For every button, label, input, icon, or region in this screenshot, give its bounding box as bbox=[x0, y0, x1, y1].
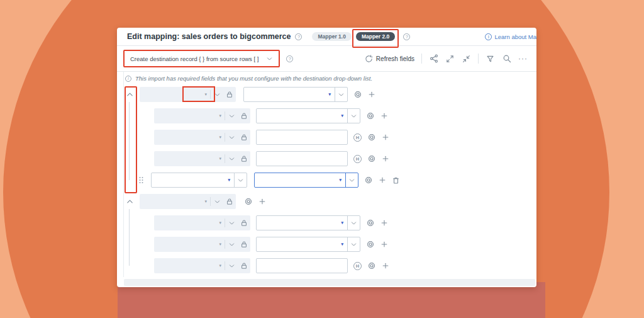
dest-chevron[interactable] bbox=[225, 134, 238, 141]
chevron-down-icon bbox=[228, 241, 235, 248]
destination-field-pill[interactable]: ▾ bbox=[154, 108, 250, 123]
dest-chevron[interactable] bbox=[234, 173, 247, 187]
help-icon[interactable]: ? bbox=[403, 33, 410, 40]
dest-type-dropdown[interactable]: ▾ bbox=[219, 134, 225, 140]
dest-type-dropdown[interactable]: ▾ bbox=[219, 263, 225, 269]
destination-field-pill[interactable]: ▾ bbox=[140, 194, 236, 209]
caret-down-icon: ▾ bbox=[219, 263, 221, 268]
dest-chevron[interactable] bbox=[225, 263, 238, 270]
source-type-dropdown[interactable]: ▾ bbox=[328, 91, 335, 98]
settings-button[interactable] bbox=[367, 261, 376, 271]
add-row-button[interactable] bbox=[380, 261, 390, 271]
add-row-button[interactable] bbox=[379, 111, 389, 121]
source-chevron[interactable] bbox=[347, 109, 360, 123]
caret-down-icon: ▾ bbox=[219, 220, 221, 225]
source-chevron[interactable] bbox=[335, 88, 347, 101]
destination-field-pill[interactable]: ▾ bbox=[154, 237, 250, 252]
source-type-dropdown[interactable]: ▾ bbox=[341, 113, 347, 119]
source-field-input[interactable]: ▾ bbox=[243, 87, 348, 102]
collapse-all-button[interactable] bbox=[462, 54, 471, 64]
add-row-button[interactable] bbox=[377, 176, 387, 185]
source-field-input[interactable]: ▾ bbox=[256, 237, 360, 252]
hardcoded-value-button[interactable]: H bbox=[353, 133, 362, 142]
dest-chevron[interactable] bbox=[211, 198, 223, 205]
destination-field-pill[interactable]: ▾ bbox=[140, 87, 236, 102]
source-chevron[interactable] bbox=[347, 216, 360, 230]
dest-type-dropdown[interactable]: ▾ bbox=[219, 241, 225, 247]
mapper-2-toggle[interactable]: Mapper 2.0 bbox=[356, 32, 395, 42]
dest-chevron[interactable] bbox=[225, 113, 238, 120]
mapping-row: ▾ ▾ bbox=[117, 173, 536, 188]
destination-field-pill[interactable]: ▾ bbox=[154, 258, 250, 273]
drag-handle[interactable] bbox=[138, 176, 144, 184]
dest-chevron[interactable] bbox=[225, 241, 238, 248]
source-type-dropdown[interactable]: ▾ bbox=[341, 220, 347, 226]
dest-type-dropdown[interactable]: ▾ bbox=[228, 177, 234, 183]
filter-icon bbox=[486, 55, 494, 63]
settings-button[interactable] bbox=[365, 219, 375, 228]
settings-button[interactable] bbox=[367, 154, 376, 164]
dest-chevron[interactable] bbox=[225, 156, 238, 162]
mapping-mode-select[interactable]: Create destination record { } from sourc… bbox=[125, 52, 279, 65]
settings-button[interactable] bbox=[367, 133, 376, 142]
mapper-1-toggle[interactable]: Mapper 1.0 bbox=[312, 32, 351, 42]
source-field-input[interactable]: ▾ bbox=[256, 215, 360, 230]
settings-button[interactable] bbox=[365, 111, 375, 121]
source-chevron[interactable] bbox=[345, 173, 358, 187]
destination-field-pill[interactable]: ▾ bbox=[154, 215, 250, 230]
destination-field-pill[interactable]: ▾ bbox=[154, 130, 250, 145]
help-icon[interactable]: ? bbox=[286, 55, 293, 62]
add-row-button[interactable] bbox=[379, 240, 389, 249]
add-row-button[interactable] bbox=[380, 133, 390, 142]
filter-button[interactable] bbox=[486, 54, 495, 64]
search-button[interactable] bbox=[502, 54, 511, 64]
refresh-fields-button[interactable]: Refresh fields bbox=[365, 55, 414, 63]
horizontal-scrollbar[interactable] bbox=[124, 279, 535, 286]
collapse-toggle[interactable] bbox=[125, 91, 135, 99]
destination-field-input[interactable]: ▾ bbox=[151, 173, 247, 188]
add-row-button[interactable] bbox=[380, 154, 390, 164]
delete-row-button[interactable] bbox=[391, 176, 401, 185]
plus-icon bbox=[258, 198, 266, 205]
collapse-toggle[interactable] bbox=[125, 198, 135, 206]
settings-button[interactable] bbox=[365, 240, 375, 249]
hardcoded-indicator: H bbox=[353, 262, 362, 270]
help-icon[interactable]: ? bbox=[295, 33, 302, 40]
dest-chevron[interactable] bbox=[211, 91, 223, 98]
learn-about-link[interactable]: i Learn about Ma bbox=[480, 33, 536, 40]
dest-type-dropdown[interactable]: ▾ bbox=[204, 198, 210, 205]
more-options-button[interactable]: ··· bbox=[518, 54, 528, 64]
source-field-input[interactable] bbox=[256, 130, 348, 145]
settings-button[interactable] bbox=[364, 176, 373, 185]
add-row-button[interactable] bbox=[257, 197, 267, 207]
lock-icon bbox=[240, 155, 248, 162]
gear-icon bbox=[366, 219, 375, 227]
source-type-dropdown[interactable]: ▾ bbox=[339, 177, 345, 183]
settings-button[interactable] bbox=[353, 90, 362, 99]
source-field-input[interactable]: ▾ bbox=[254, 173, 358, 188]
hardcoded-value-button[interactable]: H bbox=[353, 154, 362, 164]
drag-icon bbox=[138, 176, 144, 184]
source-field-input[interactable] bbox=[256, 151, 348, 166]
plus-icon bbox=[382, 262, 389, 270]
source-field-input[interactable] bbox=[256, 258, 348, 273]
hardcoded-value-button[interactable]: H bbox=[353, 261, 362, 271]
dest-type-dropdown[interactable]: ▾ bbox=[219, 220, 225, 226]
settings-button[interactable] bbox=[243, 197, 253, 207]
destination-field-pill[interactable]: ▾ bbox=[154, 151, 250, 166]
add-row-button[interactable] bbox=[379, 219, 389, 228]
dest-type-dropdown[interactable]: ▾ bbox=[204, 91, 210, 98]
dest-type-dropdown[interactable]: ▾ bbox=[219, 113, 225, 119]
mapping-mode-label: Create destination record { } from sourc… bbox=[130, 55, 258, 62]
source-field-input[interactable]: ▾ bbox=[256, 108, 360, 123]
lock-icon-wrap bbox=[238, 262, 250, 270]
chevron-down-icon bbox=[237, 177, 244, 184]
lock-icon bbox=[240, 262, 248, 270]
expand-all-button[interactable] bbox=[445, 54, 455, 64]
dest-chevron[interactable] bbox=[225, 220, 238, 227]
source-type-dropdown[interactable]: ▾ bbox=[341, 241, 347, 247]
dest-type-dropdown[interactable]: ▾ bbox=[219, 156, 225, 162]
source-chevron[interactable] bbox=[347, 237, 360, 251]
add-row-button[interactable] bbox=[367, 90, 376, 99]
auto-map-button[interactable] bbox=[429, 54, 438, 64]
